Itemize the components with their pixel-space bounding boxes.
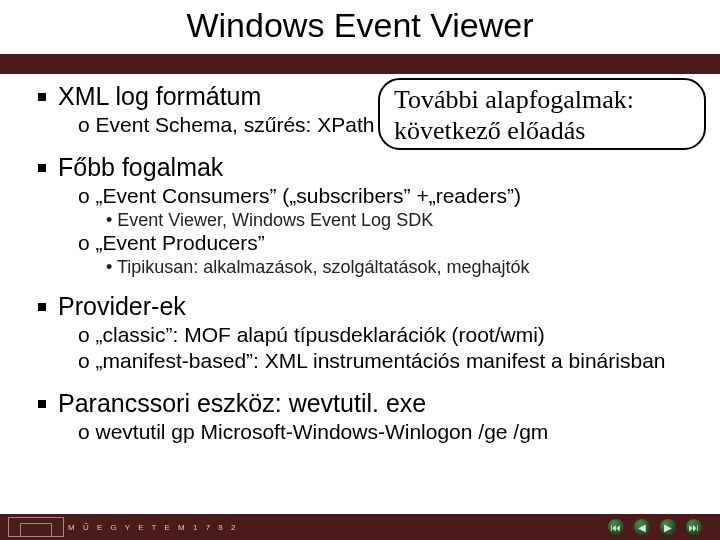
nav-first-button[interactable]: ⏮ [608, 519, 624, 535]
subsub-event-viewer-sdk: Event Viewer, Windows Event Log SDK [106, 210, 696, 231]
bullet-text: XML log formátum [58, 82, 261, 111]
bullet-providerek: Provider-ek [38, 292, 696, 321]
bullet-text: Parancssori eszköz: wevtutil. exe [58, 389, 426, 418]
bullet-wevtutil: Parancssori eszköz: wevtutil. exe [38, 389, 696, 418]
footer-nav: ⏮ ◀ ▶ ⏭ [608, 519, 702, 535]
university-logo-icon [8, 517, 64, 537]
slide-title: Windows Event Viewer [0, 0, 720, 54]
sub-manifest-based: „manifest-based”: XML instrumentációs ma… [78, 349, 696, 373]
nav-prev-button[interactable]: ◀ [634, 519, 650, 535]
bullet-fobb-fogalmak: Főbb fogalmak [38, 153, 696, 182]
bullet-text: Provider-ek [58, 292, 186, 321]
square-bullet-icon [38, 93, 46, 101]
callout-box: További alapfogalmak: következő előadás [378, 78, 706, 150]
bullet-text: Főbb fogalmak [58, 153, 223, 182]
sub-classic: „classic”: MOF alapú típusdeklarációk (r… [78, 323, 696, 347]
footer-logo-area: M Ű E G Y E T E M 1 7 8 2 [8, 517, 238, 537]
square-bullet-icon [38, 164, 46, 172]
nav-last-button[interactable]: ⏭ [686, 519, 702, 535]
sub-event-consumers: „Event Consumers” („subscribers” +„reade… [78, 184, 696, 208]
square-bullet-icon [38, 400, 46, 408]
subsub-tipikusan: Tipikusan: alkalmazások, szolgáltatások,… [106, 257, 696, 278]
footer-letters: M Ű E G Y E T E M 1 7 8 2 [68, 523, 238, 532]
nav-next-button[interactable]: ▶ [660, 519, 676, 535]
square-bullet-icon [38, 303, 46, 311]
callout-line-1: További alapfogalmak: [394, 84, 690, 115]
callout-line-2: következő előadás [394, 115, 690, 146]
slide-footer: M Ű E G Y E T E M 1 7 8 2 ⏮ ◀ ▶ ⏭ [0, 514, 720, 540]
sub-wevtutil-cmd: wevtutil gp Microsoft-Windows-Winlogon /… [78, 420, 696, 444]
sub-event-producers: „Event Producers” [78, 231, 696, 255]
title-underline [0, 54, 720, 74]
